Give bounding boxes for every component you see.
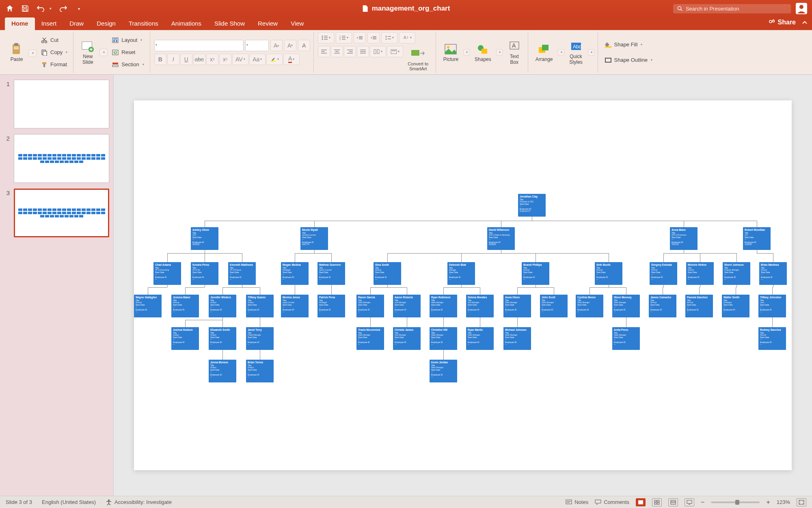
org-node[interactable]: Cynthia MooreTitleSales ManagerStart Dat… [576,295,603,317]
slide-thumbnail-panel[interactable]: 1 2 3 [0,75,114,496]
org-node[interactable]: Anna MannTitleSVP of ProductionStart Dat… [670,227,698,250]
org-node[interactable]: Aaron RobertsTitleAuto ManagerStart Date… [393,295,421,317]
org-node[interactable]: John ScottTitleSales ManagerStart Date—E… [540,295,568,317]
org-node[interactable]: Elizabeth SmithTitleAnalystStart Date—Em… [209,327,236,350]
org-node[interactable]: Brian TorresTitleAnalystStart Date—Emplo… [246,360,274,382]
align-left-icon[interactable] [318,46,330,57]
reading-view-icon[interactable] [668,498,678,506]
org-node[interactable]: Raven GarciaTitleSales ManagerStart Date… [356,295,384,317]
org-node[interactable]: Gregory EstradaTitleDirectorStart Date—E… [650,262,677,285]
org-node[interactable]: Gina SmithTitleDirectorStart Date—Employ… [374,262,401,285]
org-node[interactable]: Tiffany SuarezTitleAnalystStart Date—Emp… [246,295,274,317]
tab-view[interactable]: View [284,17,310,30]
accessibility-checker[interactable]: Accessibility: Investigate [106,499,172,506]
org-node[interactable]: Travis MccormickTitleSales ManagerStart … [356,327,384,350]
thumbnail-2[interactable]: 2 [4,134,109,183]
layout-button[interactable]: Layout [109,35,146,46]
undo-icon[interactable] [36,4,45,13]
new-slide-button[interactable]: New Slide [78,38,98,67]
slideshow-view-icon[interactable] [685,498,694,506]
align-center-icon[interactable] [331,46,343,57]
italic-icon[interactable]: I [167,54,179,65]
org-node[interactable]: Sherri JohnsonTitleProgram ManagerStart … [723,262,750,285]
decrease-font-icon[interactable]: A▾ [284,40,296,51]
org-node[interactable]: Jared TerryTitleProject ManagerStart Dat… [246,327,274,350]
font-name-input[interactable] [154,40,244,51]
shape-fill-button[interactable]: Shape Fill [602,39,655,50]
org-node[interactable]: Robert McmillanTitleCIOStart Date—Employ… [743,227,771,250]
increase-font-icon[interactable]: A▴ [270,40,283,51]
tab-review[interactable]: Review [251,17,284,30]
thumbnail-3[interactable]: 3 [4,189,109,237]
shapes-dropdown[interactable] [496,49,503,56]
picture-button[interactable]: Picture [440,41,462,64]
text-direction-icon[interactable]: A [399,32,415,43]
decrease-indent-icon[interactable] [354,32,366,43]
org-node[interactable]: Jennifer WintersTitleAnalystStart Date—E… [209,295,236,317]
zoom-out-icon[interactable]: − [701,499,704,506]
numbering-icon[interactable]: 123 [336,32,352,43]
org-node[interactable]: Chad AdamsTitleVP of AccountingStart Dat… [153,262,181,285]
org-node[interactable]: Jenna MorenoTitleAnalystStart Date—Emplo… [209,360,236,382]
org-node[interactable]: Christie JamesTitleAuto ManagerStart Dat… [393,327,421,350]
org-node[interactable]: Kenneth MatthewsTitleVP of FinanceStart … [228,262,256,285]
highlight-icon[interactable] [266,54,283,65]
reset-button[interactable]: Reset [109,47,146,58]
save-icon[interactable] [20,4,30,13]
org-node[interactable]: Michael JohnsonTitleSales ManagerStart D… [503,327,531,350]
tab-draw[interactable]: Draw [63,17,90,30]
org-node[interactable]: David WilkinsonTitleSVP of Sales & Marke… [487,227,515,250]
picture-dropdown[interactable] [463,49,470,56]
org-node[interactable]: Brandi PhillipsTitleDirectorStart Date—E… [522,262,549,285]
home-icon[interactable] [5,4,15,13]
fit-to-window-icon[interactable] [797,498,806,506]
org-node[interactable]: Tiffany JohnstonTitleLeadStart Date—Empl… [758,295,786,317]
convert-smartart-button[interactable]: Convert to SmartArt [404,46,432,73]
bold-icon[interactable]: B [154,54,166,65]
tab-home[interactable]: Home [5,17,35,30]
increase-indent-icon[interactable] [367,32,380,43]
org-node[interactable]: Anita PerezTitleSales ManagerStart Date—… [612,327,640,350]
superscript-icon[interactable]: x2 [219,54,231,65]
format-painter-button[interactable]: Format [38,59,70,70]
org-node[interactable]: Selena MoralesTitleAuto ManagerStart Dat… [466,295,494,317]
redo-icon[interactable] [58,4,68,13]
quick-styles-dropdown[interactable] [588,49,594,56]
org-node[interactable]: Joshua HudsonTitleAnalystStart Date—Empl… [171,327,199,350]
org-node[interactable]: Christine HillTitleSales ManagerStart Da… [430,327,457,350]
cut-button[interactable]: Cut [38,35,70,46]
font-color-icon[interactable]: A [283,54,300,65]
org-node[interactable]: Mathew GuerreroTitleSenior CounselStart … [317,262,345,285]
underline-icon[interactable]: U [180,54,192,65]
char-spacing-icon[interactable]: AV [232,54,248,65]
font-size-input[interactable] [245,40,269,51]
org-node[interactable]: Pamela SanchezTitleDirectorStart Date—Em… [685,295,713,317]
sorter-view-icon[interactable] [652,498,662,506]
tab-transitions[interactable]: Transitions [122,17,165,30]
subscript-icon[interactable]: x2 [206,54,218,65]
zoom-in-icon[interactable]: + [766,499,770,506]
org-node[interactable]: Ashley OliverTitleCFOStart Date—Employee… [191,227,218,250]
undo-dropdown-icon[interactable]: ▾ [48,4,53,13]
textbox-button[interactable]: AText Box [504,38,525,67]
org-node[interactable]: Wayne GallagherTitleDirectorStart Date—E… [134,295,162,317]
tab-insert[interactable]: Insert [35,17,63,30]
paste-dropdown[interactable] [28,50,37,57]
new-slide-dropdown[interactable] [99,49,108,56]
comments-button[interactable]: Comments [595,499,629,505]
arrange-dropdown[interactable] [558,49,564,56]
org-node[interactable]: Nicole WyattTitleGeneral CounselStart Da… [300,227,328,250]
user-avatar[interactable] [796,3,807,14]
thumbnail-1[interactable]: 1 [4,80,109,128]
columns-icon[interactable] [370,46,386,57]
normal-view-icon[interactable] [636,498,646,506]
org-node[interactable]: Michele HintonTitleDirectorStart Date—Em… [686,262,714,285]
org-node[interactable]: Jonathan ClayTitlePresident & CEOStart D… [518,194,546,217]
org-node[interactable]: Walter SmithTitleDeveloperStart Date—Emp… [722,295,749,317]
collapse-ribbon-icon[interactable] [801,20,808,26]
org-node[interactable]: Kevin JordanTitleSales ManagerStart Date… [430,360,457,382]
org-node[interactable]: Monica JonesTitleLegal CounselStart Date… [281,295,309,317]
org-node[interactable]: Brian MartinezTitleDirectorStart Date—Em… [759,262,787,285]
org-node[interactable]: Megan MedinaTitleParalegalStart Date—Emp… [281,262,309,285]
org-node[interactable]: Steve MooneyTitleSales ManagerStart Date… [612,295,640,317]
